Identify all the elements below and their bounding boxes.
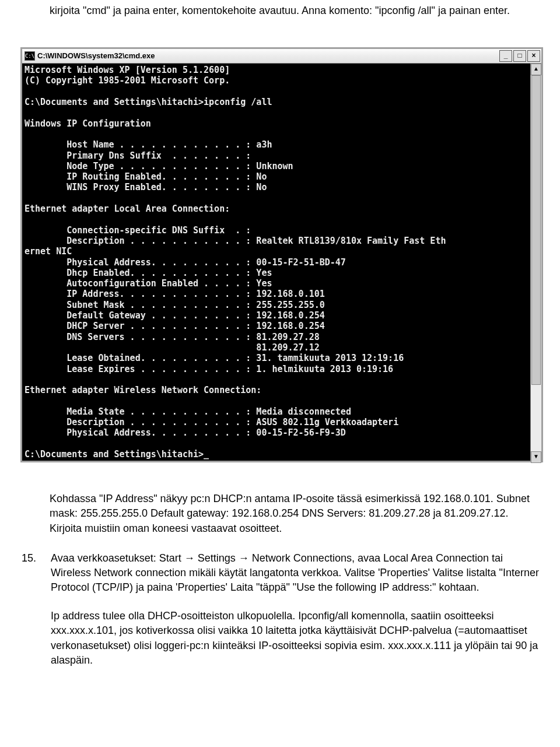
vertical-scrollbar[interactable]: ▲ ▼	[530, 64, 541, 461]
step-15: 15. Avaa verkkoasetukset: Start → Settin…	[20, 551, 540, 682]
scroll-down-arrow-icon[interactable]: ▼	[531, 451, 541, 463]
step-15-paragraph-2: Ip address tulee olla DHCP-osoitteiston …	[51, 609, 540, 668]
scrollbar-track[interactable]	[531, 75, 541, 451]
scrollbar-thumb[interactable]	[531, 75, 541, 385]
intro-paragraph: kirjoita "cmd" ja paina enter, komentoke…	[50, 3, 540, 18]
window-titlebar: C:\ C:\WINDOWS\system32\cmd.exe _ □ ×	[22, 49, 541, 64]
explanation-paragraph: Kohdassa "IP Address" näkyy pc:n DHCP:n …	[50, 492, 540, 536]
step-15-paragraph-1: Avaa verkkoasetukset: Start → Settings →…	[51, 551, 540, 595]
console-body: Microsoft Windows XP [Version 5.1.2600] …	[22, 64, 541, 461]
minimize-button[interactable]: _	[499, 50, 512, 62]
maximize-button[interactable]: □	[513, 50, 526, 62]
cmd-window: C:\ C:\WINDOWS\system32\cmd.exe _ □ × Mi…	[20, 47, 543, 462]
cmd-icon: C:\	[24, 51, 35, 61]
window-title: C:\WINDOWS\system32\cmd.exe	[37, 51, 499, 61]
step-number: 15.	[20, 551, 51, 682]
scroll-up-arrow-icon[interactable]: ▲	[531, 64, 541, 75]
window-buttons-group: _ □ ×	[499, 50, 540, 62]
console-output: Microsoft Windows XP [Version 5.1.2600] …	[22, 64, 530, 461]
close-button[interactable]: ×	[527, 50, 540, 62]
